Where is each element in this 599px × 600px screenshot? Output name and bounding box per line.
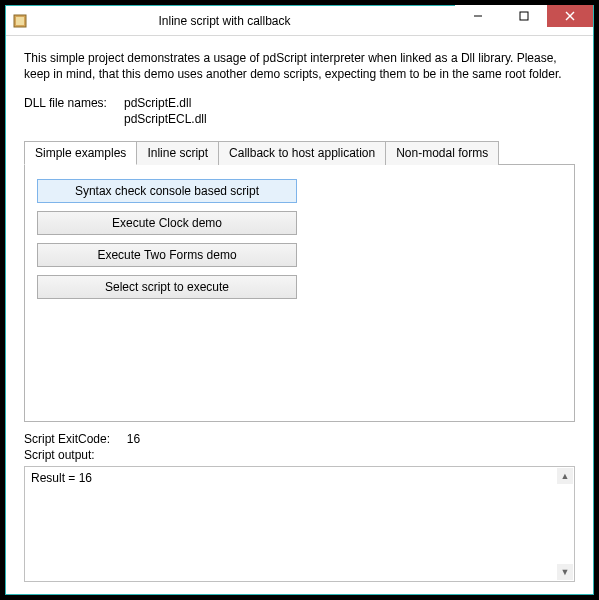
window-controls — [455, 6, 593, 35]
content-area: This simple project demonstrates a usage… — [6, 36, 593, 594]
app-window: Inline script with callback This simple … — [5, 5, 594, 595]
minimize-button[interactable] — [455, 5, 501, 27]
svg-rect-1 — [16, 17, 24, 25]
output-label: Script output: — [24, 448, 575, 462]
close-button[interactable] — [547, 5, 593, 27]
app-icon — [12, 13, 28, 29]
select-script-button[interactable]: Select script to execute — [37, 275, 297, 299]
scroll-up-icon[interactable]: ▲ — [557, 468, 573, 484]
dll-file-row: DLL file names: pdScriptE.dll pdScriptEC… — [24, 96, 575, 126]
dll-value: pdScriptE.dll — [124, 96, 207, 110]
tab-panel: Syntax check console based script Execut… — [24, 164, 575, 422]
execute-two-forms-button[interactable]: Execute Two Forms demo — [37, 243, 297, 267]
tab-inline-script[interactable]: Inline script — [136, 141, 219, 165]
window-title: Inline script with callback — [34, 14, 455, 28]
tabs-container: Simple examples Inline script Callback t… — [24, 140, 575, 422]
tab-simple-examples[interactable]: Simple examples — [24, 141, 137, 165]
maximize-button[interactable] — [501, 5, 547, 27]
dll-file-label: DLL file names: — [24, 96, 124, 126]
tab-non-modal[interactable]: Non-modal forms — [385, 141, 499, 165]
scroll-down-icon[interactable]: ▼ — [557, 564, 573, 580]
exitcode-value: 16 — [127, 432, 140, 446]
titlebar[interactable]: Inline script with callback — [6, 6, 593, 36]
exitcode-label: Script ExitCode: — [24, 432, 110, 446]
intro-text: This simple project demonstrates a usage… — [24, 50, 575, 82]
output-textbox[interactable]: Result = 16 ▲ ▼ — [24, 466, 575, 582]
output-text: Result = 16 — [31, 471, 92, 485]
dll-value: pdScriptECL.dll — [124, 112, 207, 126]
svg-rect-3 — [520, 12, 528, 20]
tab-callback[interactable]: Callback to host application — [218, 141, 386, 165]
exitcode-row: Script ExitCode: 16 — [24, 432, 575, 446]
dll-file-values: pdScriptE.dll pdScriptECL.dll — [124, 96, 207, 126]
execute-clock-button[interactable]: Execute Clock demo — [37, 211, 297, 235]
syntax-check-button[interactable]: Syntax check console based script — [37, 179, 297, 203]
tab-strip: Simple examples Inline script Callback t… — [24, 140, 575, 164]
